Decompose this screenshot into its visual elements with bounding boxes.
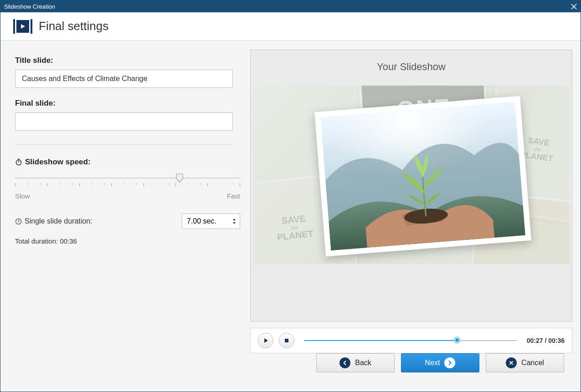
window-title: Slideshow Creation xyxy=(4,3,55,10)
preview-box: Your Slideshow ONE SAVE the PLANET SAVE … xyxy=(250,50,572,321)
clock-icon xyxy=(15,218,22,225)
preview-title: Your Slideshow xyxy=(377,61,446,73)
speed-slider-handle[interactable] xyxy=(175,173,184,183)
single-slide-duration-label: Single slide duration: xyxy=(15,217,93,225)
title-slide-label: Title slide: xyxy=(15,56,236,65)
slideshow-creation-window: Slideshow Creation Final settings Title … xyxy=(0,0,581,392)
slide-duration-spinner[interactable]: 7.00 sec. xyxy=(182,214,240,229)
stop-button[interactable] xyxy=(279,333,294,348)
total-duration-label: Total duration: 00:36 xyxy=(15,237,236,245)
progress-bar[interactable] xyxy=(304,339,517,342)
spinner-down-icon[interactable] xyxy=(232,222,236,224)
preview-pane: Your Slideshow ONE SAVE the PLANET SAVE … xyxy=(250,50,572,382)
cancel-x-icon xyxy=(506,357,517,368)
speed-slow-label: Slow xyxy=(15,192,30,200)
slideshow-logo xyxy=(13,19,32,34)
body: Title slide: Final slide: Slideshow spee… xyxy=(0,41,581,392)
play-button[interactable] xyxy=(258,333,273,348)
slide-duration-value: 7.00 sec. xyxy=(187,217,216,225)
close-button[interactable] xyxy=(570,2,578,10)
speed-label: Slideshow speed: xyxy=(15,158,236,167)
svg-rect-5 xyxy=(285,339,288,342)
stop-icon xyxy=(284,338,289,343)
play-icon xyxy=(262,337,269,344)
page-title: Final settings xyxy=(39,19,108,33)
close-icon xyxy=(571,4,577,10)
divider xyxy=(15,144,233,145)
progress-knob[interactable] xyxy=(454,337,460,343)
next-arrow-icon xyxy=(444,357,455,368)
preview-canvas: ONE SAVE the PLANET SAVE the PLANET xyxy=(253,86,570,264)
stopwatch-icon xyxy=(15,158,22,166)
preview-main-photo xyxy=(314,96,531,256)
speed-slider[interactable] xyxy=(15,175,240,193)
player-bar: 00:27 / 00:36 xyxy=(250,328,572,353)
settings-pane: Title slide: Final slide: Slideshow spee… xyxy=(9,50,241,382)
back-button[interactable]: Back xyxy=(316,353,395,372)
spinner-up-icon[interactable] xyxy=(232,218,236,221)
final-slide-label: Final slide: xyxy=(15,99,236,108)
final-slide-input[interactable] xyxy=(15,112,233,131)
titlebar: Slideshow Creation xyxy=(0,0,581,12)
play-icon xyxy=(16,20,29,33)
back-arrow-icon xyxy=(339,357,350,368)
cancel-button[interactable]: Cancel xyxy=(486,353,564,372)
time-display: 00:27 / 00:36 xyxy=(527,337,565,344)
title-slide-input[interactable] xyxy=(15,70,233,88)
next-button[interactable]: Next xyxy=(401,353,479,372)
header: Final settings xyxy=(0,12,581,41)
footer: Back Next Cancel xyxy=(250,353,572,382)
speed-fast-label: Fast xyxy=(227,192,240,200)
